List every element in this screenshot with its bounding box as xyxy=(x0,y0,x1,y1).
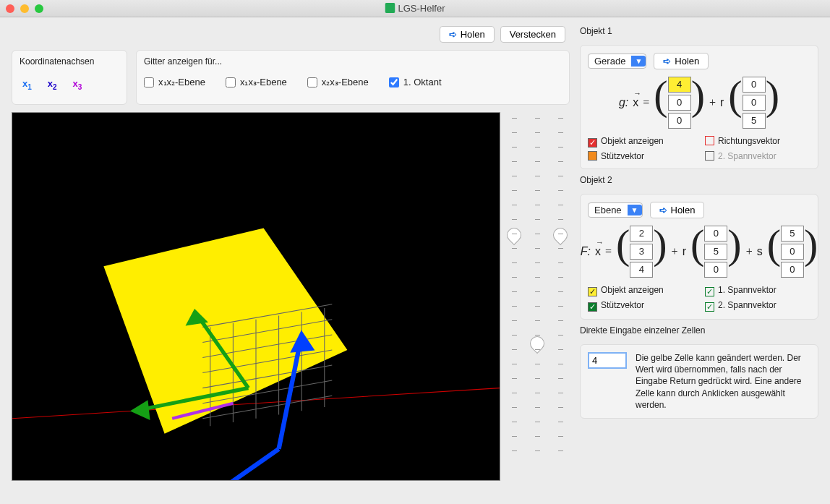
slider-1[interactable] xyxy=(505,112,523,459)
obj1-support-0[interactable]: 4 xyxy=(668,77,691,93)
obj2-span2-0[interactable]: 5 xyxy=(781,226,804,242)
direct-help: Die gelbe Zelle kann geändert werden. De… xyxy=(636,352,810,411)
svg-marker-6 xyxy=(134,403,148,417)
obj1-dir-1[interactable]: 0 xyxy=(743,95,766,111)
obj2-span2-1[interactable]: 0 xyxy=(781,244,804,260)
obj1-support-2[interactable]: 0 xyxy=(668,113,691,129)
window-title: LGS-Helfer xyxy=(385,3,445,14)
obj2-span2-2[interactable]: 0 xyxy=(781,262,804,278)
obj2-panel: Ebene▼ ➪Holen F: x = ( 2 3 4 ) + r ( 0 5… xyxy=(580,194,818,320)
obj1-type-select[interactable]: Gerade▼ xyxy=(588,54,646,69)
obj2-support-0[interactable]: 2 xyxy=(630,226,653,242)
chevron-down-icon: ▼ xyxy=(628,205,642,215)
titlebar: LGS-Helfer xyxy=(0,0,830,17)
grid-x1x3-checkbox[interactable]: x₁x₃-Ebene xyxy=(226,77,287,87)
close-window-button[interactable] xyxy=(6,4,14,13)
obj1-dir-2[interactable]: 5 xyxy=(743,113,766,129)
obj2-type-select[interactable]: Ebene▼ xyxy=(588,202,643,218)
obj1-title: Objekt 1 xyxy=(580,26,818,36)
axis-x1[interactable]: x1 xyxy=(22,78,32,91)
minimize-window-button[interactable] xyxy=(20,4,29,13)
grid-x2x3-checkbox[interactable]: x₂x₃-Ebene xyxy=(307,77,369,87)
direct-title: Direkte Eingabe einzelner Zellen xyxy=(580,325,818,336)
obj2-fetch-button[interactable]: ➪Holen xyxy=(650,202,705,218)
obj2-support-2[interactable]: 4 xyxy=(630,262,653,278)
grid-label: Gitter anzeigen für... xyxy=(144,56,562,67)
arrow-right-icon: ➪ xyxy=(449,29,457,40)
chevron-down-icon: ▼ xyxy=(631,56,646,67)
grid-x1x2-checkbox[interactable]: x₁x₂-Ebene xyxy=(144,77,205,87)
fetch-button[interactable]: ➪Holen xyxy=(440,26,495,43)
obj1-dir-0[interactable]: 0 xyxy=(743,77,766,93)
obj2-span1-checkbox[interactable]: ✓1. Spannvektor xyxy=(705,285,810,296)
axis-x3[interactable]: x3 xyxy=(73,78,82,91)
svg-marker-2 xyxy=(103,228,347,433)
viewport-3d[interactable] xyxy=(12,112,500,482)
slider-3[interactable] xyxy=(551,112,570,459)
obj2-support-checkbox[interactable]: ✓Stützvektor xyxy=(588,300,693,312)
obj2-show-checkbox[interactable]: ✓Objekt anzeigen xyxy=(588,285,693,296)
obj1-fetch-button[interactable]: ➪Holen xyxy=(654,53,709,69)
obj2-span1-2[interactable]: 0 xyxy=(704,262,727,278)
obj1-support-1[interactable]: 0 xyxy=(668,95,691,111)
obj1-span2-checkbox: 2. Spannvektor xyxy=(705,151,810,161)
zoom-window-button[interactable] xyxy=(35,4,43,13)
arrow-right-icon: ➪ xyxy=(659,205,667,215)
grid-oktant-checkbox[interactable]: 1. Oktant xyxy=(389,77,442,87)
direct-panel: Die gelbe Zelle kann geändert werden. De… xyxy=(580,344,818,419)
hide-button[interactable]: Verstecken xyxy=(500,26,565,43)
obj1-panel: Gerade▼ ➪Holen g: x = ( 4 0 0 ) + r ( 0 … xyxy=(580,45,818,169)
obj1-dir-checkbox[interactable]: Richtungsvektor xyxy=(705,136,810,148)
obj2-span2-checkbox[interactable]: ✓2. Spannvektor xyxy=(705,300,810,312)
obj2-title: Objekt 2 xyxy=(580,175,818,185)
obj1-show-checkbox[interactable]: ✓Objekt anzeigen xyxy=(588,136,693,148)
axes-label: Koordinatenachsen xyxy=(20,56,119,67)
obj2-support-1[interactable]: 3 xyxy=(630,244,653,260)
obj1-support-checkbox[interactable]: Stützvektor xyxy=(588,151,693,161)
direct-input[interactable] xyxy=(588,352,627,369)
obj2-span1-0[interactable]: 0 xyxy=(704,226,727,242)
obj2-span1-1[interactable]: 5 xyxy=(704,244,727,260)
slider-2[interactable] xyxy=(528,112,547,459)
arrow-right-icon: ➪ xyxy=(663,56,671,67)
axis-x2[interactable]: x2 xyxy=(48,78,57,91)
svg-line-9 xyxy=(202,448,278,480)
svg-rect-0 xyxy=(385,3,395,13)
